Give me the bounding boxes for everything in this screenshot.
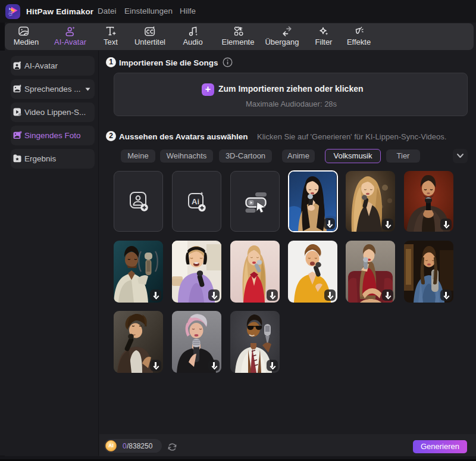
svg-text:Ai: Ai <box>192 197 199 206</box>
